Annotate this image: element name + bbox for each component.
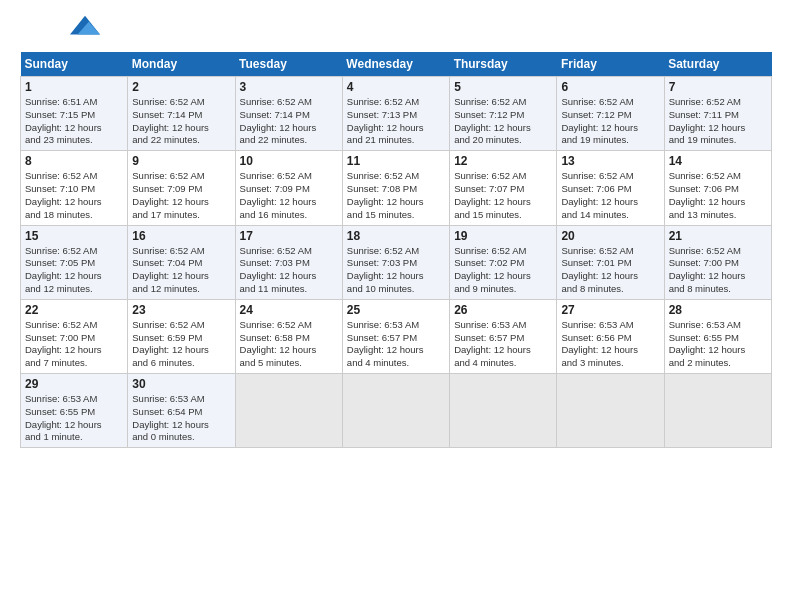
day-info: Sunrise: 6:52 AM Sunset: 7:09 PM Dayligh… — [132, 170, 230, 221]
calendar-cell: 12Sunrise: 6:52 AM Sunset: 7:07 PM Dayli… — [450, 151, 557, 225]
day-number: 29 — [25, 377, 123, 391]
logo — [20, 20, 100, 42]
calendar-cell: 28Sunrise: 6:53 AM Sunset: 6:55 PM Dayli… — [664, 299, 771, 373]
calendar-cell: 2Sunrise: 6:52 AM Sunset: 7:14 PM Daylig… — [128, 77, 235, 151]
logo-icon — [70, 12, 100, 42]
weekday-header-monday: Monday — [128, 52, 235, 77]
calendar-cell: 3Sunrise: 6:52 AM Sunset: 7:14 PM Daylig… — [235, 77, 342, 151]
page: SundayMondayTuesdayWednesdayThursdayFrid… — [0, 0, 792, 612]
calendar-cell: 25Sunrise: 6:53 AM Sunset: 6:57 PM Dayli… — [342, 299, 449, 373]
day-info: Sunrise: 6:53 AM Sunset: 6:57 PM Dayligh… — [454, 319, 552, 370]
weekday-header-friday: Friday — [557, 52, 664, 77]
day-number: 27 — [561, 303, 659, 317]
day-info: Sunrise: 6:52 AM Sunset: 7:09 PM Dayligh… — [240, 170, 338, 221]
calendar-cell — [450, 374, 557, 448]
day-info: Sunrise: 6:52 AM Sunset: 6:58 PM Dayligh… — [240, 319, 338, 370]
calendar-cell: 14Sunrise: 6:52 AM Sunset: 7:06 PM Dayli… — [664, 151, 771, 225]
day-info: Sunrise: 6:53 AM Sunset: 6:56 PM Dayligh… — [561, 319, 659, 370]
calendar-cell: 26Sunrise: 6:53 AM Sunset: 6:57 PM Dayli… — [450, 299, 557, 373]
calendar-cell — [664, 374, 771, 448]
day-number: 1 — [25, 80, 123, 94]
weekday-header-thursday: Thursday — [450, 52, 557, 77]
weekday-header-tuesday: Tuesday — [235, 52, 342, 77]
day-number: 14 — [669, 154, 767, 168]
day-number: 18 — [347, 229, 445, 243]
calendar-cell: 4Sunrise: 6:52 AM Sunset: 7:13 PM Daylig… — [342, 77, 449, 151]
calendar-cell: 29Sunrise: 6:53 AM Sunset: 6:55 PM Dayli… — [21, 374, 128, 448]
day-info: Sunrise: 6:53 AM Sunset: 6:55 PM Dayligh… — [25, 393, 123, 444]
calendar-week-3: 15Sunrise: 6:52 AM Sunset: 7:05 PM Dayli… — [21, 225, 772, 299]
calendar-cell: 30Sunrise: 6:53 AM Sunset: 6:54 PM Dayli… — [128, 374, 235, 448]
day-info: Sunrise: 6:52 AM Sunset: 7:03 PM Dayligh… — [347, 245, 445, 296]
day-number: 9 — [132, 154, 230, 168]
day-info: Sunrise: 6:52 AM Sunset: 7:00 PM Dayligh… — [25, 319, 123, 370]
calendar-cell: 22Sunrise: 6:52 AM Sunset: 7:00 PM Dayli… — [21, 299, 128, 373]
calendar-cell: 6Sunrise: 6:52 AM Sunset: 7:12 PM Daylig… — [557, 77, 664, 151]
day-number: 7 — [669, 80, 767, 94]
day-info: Sunrise: 6:52 AM Sunset: 7:01 PM Dayligh… — [561, 245, 659, 296]
day-number: 3 — [240, 80, 338, 94]
day-number: 20 — [561, 229, 659, 243]
day-info: Sunrise: 6:52 AM Sunset: 7:02 PM Dayligh… — [454, 245, 552, 296]
calendar-cell: 5Sunrise: 6:52 AM Sunset: 7:12 PM Daylig… — [450, 77, 557, 151]
day-info: Sunrise: 6:52 AM Sunset: 7:06 PM Dayligh… — [669, 170, 767, 221]
day-number: 11 — [347, 154, 445, 168]
day-info: Sunrise: 6:52 AM Sunset: 7:08 PM Dayligh… — [347, 170, 445, 221]
calendar-cell: 11Sunrise: 6:52 AM Sunset: 7:08 PM Dayli… — [342, 151, 449, 225]
day-info: Sunrise: 6:52 AM Sunset: 7:12 PM Dayligh… — [454, 96, 552, 147]
day-number: 13 — [561, 154, 659, 168]
calendar-cell: 20Sunrise: 6:52 AM Sunset: 7:01 PM Dayli… — [557, 225, 664, 299]
day-number: 28 — [669, 303, 767, 317]
day-number: 16 — [132, 229, 230, 243]
weekday-header-sunday: Sunday — [21, 52, 128, 77]
day-info: Sunrise: 6:53 AM Sunset: 6:57 PM Dayligh… — [347, 319, 445, 370]
day-number: 22 — [25, 303, 123, 317]
day-number: 4 — [347, 80, 445, 94]
weekday-row: SundayMondayTuesdayWednesdayThursdayFrid… — [21, 52, 772, 77]
calendar-cell — [342, 374, 449, 448]
calendar-cell: 27Sunrise: 6:53 AM Sunset: 6:56 PM Dayli… — [557, 299, 664, 373]
day-info: Sunrise: 6:52 AM Sunset: 7:00 PM Dayligh… — [669, 245, 767, 296]
day-info: Sunrise: 6:53 AM Sunset: 6:54 PM Dayligh… — [132, 393, 230, 444]
day-info: Sunrise: 6:53 AM Sunset: 6:55 PM Dayligh… — [669, 319, 767, 370]
day-info: Sunrise: 6:52 AM Sunset: 7:14 PM Dayligh… — [132, 96, 230, 147]
calendar-cell: 8Sunrise: 6:52 AM Sunset: 7:10 PM Daylig… — [21, 151, 128, 225]
calendar-cell: 19Sunrise: 6:52 AM Sunset: 7:02 PM Dayli… — [450, 225, 557, 299]
day-info: Sunrise: 6:52 AM Sunset: 7:12 PM Dayligh… — [561, 96, 659, 147]
day-info: Sunrise: 6:52 AM Sunset: 7:10 PM Dayligh… — [25, 170, 123, 221]
calendar-cell: 23Sunrise: 6:52 AM Sunset: 6:59 PM Dayli… — [128, 299, 235, 373]
calendar-cell: 10Sunrise: 6:52 AM Sunset: 7:09 PM Dayli… — [235, 151, 342, 225]
day-info: Sunrise: 6:52 AM Sunset: 7:06 PM Dayligh… — [561, 170, 659, 221]
day-number: 23 — [132, 303, 230, 317]
calendar-cell: 1Sunrise: 6:51 AM Sunset: 7:15 PM Daylig… — [21, 77, 128, 151]
day-number: 26 — [454, 303, 552, 317]
calendar-header: SundayMondayTuesdayWednesdayThursdayFrid… — [21, 52, 772, 77]
day-info: Sunrise: 6:52 AM Sunset: 7:05 PM Dayligh… — [25, 245, 123, 296]
day-number: 8 — [25, 154, 123, 168]
day-info: Sunrise: 6:52 AM Sunset: 6:59 PM Dayligh… — [132, 319, 230, 370]
calendar-table: SundayMondayTuesdayWednesdayThursdayFrid… — [20, 52, 772, 448]
calendar-week-1: 1Sunrise: 6:51 AM Sunset: 7:15 PM Daylig… — [21, 77, 772, 151]
calendar-cell: 18Sunrise: 6:52 AM Sunset: 7:03 PM Dayli… — [342, 225, 449, 299]
calendar-cell: 16Sunrise: 6:52 AM Sunset: 7:04 PM Dayli… — [128, 225, 235, 299]
calendar-cell: 13Sunrise: 6:52 AM Sunset: 7:06 PM Dayli… — [557, 151, 664, 225]
day-number: 10 — [240, 154, 338, 168]
day-number: 30 — [132, 377, 230, 391]
header — [20, 15, 772, 42]
day-number: 2 — [132, 80, 230, 94]
calendar-week-5: 29Sunrise: 6:53 AM Sunset: 6:55 PM Dayli… — [21, 374, 772, 448]
calendar-cell: 17Sunrise: 6:52 AM Sunset: 7:03 PM Dayli… — [235, 225, 342, 299]
calendar-cell: 21Sunrise: 6:52 AM Sunset: 7:00 PM Dayli… — [664, 225, 771, 299]
day-number: 17 — [240, 229, 338, 243]
calendar-cell — [235, 374, 342, 448]
day-number: 24 — [240, 303, 338, 317]
day-number: 15 — [25, 229, 123, 243]
day-info: Sunrise: 6:52 AM Sunset: 7:14 PM Dayligh… — [240, 96, 338, 147]
day-number: 21 — [669, 229, 767, 243]
day-info: Sunrise: 6:52 AM Sunset: 7:04 PM Dayligh… — [132, 245, 230, 296]
calendar-cell: 7Sunrise: 6:52 AM Sunset: 7:11 PM Daylig… — [664, 77, 771, 151]
day-info: Sunrise: 6:52 AM Sunset: 7:07 PM Dayligh… — [454, 170, 552, 221]
day-number: 12 — [454, 154, 552, 168]
calendar-cell: 15Sunrise: 6:52 AM Sunset: 7:05 PM Dayli… — [21, 225, 128, 299]
calendar-cell: 9Sunrise: 6:52 AM Sunset: 7:09 PM Daylig… — [128, 151, 235, 225]
